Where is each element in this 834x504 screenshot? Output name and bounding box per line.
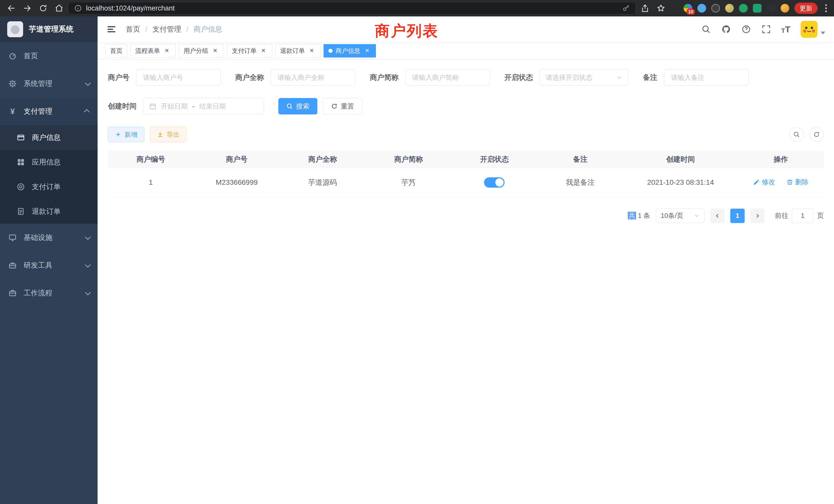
table-header-row: 商户编号 商户号 商户全称 商户简称 开启状态 备注 创建时间 操作 [108,151,824,168]
sidebar-item-refund-order[interactable]: 退款订单 [0,199,97,224]
close-icon[interactable]: × [260,47,267,55]
extension-icon-avatar[interactable] [725,4,734,13]
page-content: 商户号 商户全称 商户简称 开启状态 请选择开启状态 备注 [97,60,834,504]
sidebar-item-label: 基础设施 [24,233,52,243]
sidebar-item-system[interactable]: 系统管理 [0,70,97,97]
merchant-name-input[interactable] [271,69,355,86]
sidebar-item-infrastructure[interactable]: 基础设施 [0,224,97,251]
status-select[interactable]: 请选择开启状态 [540,69,629,86]
cell-merchant-no: M233666999 [194,168,280,197]
help-icon[interactable] [741,24,751,34]
sidebar-item-pay-order[interactable]: 支付订单 [0,175,97,199]
tab-refund-order[interactable]: 退款订单 × [275,44,321,58]
export-button[interactable]: 导出 [150,127,186,142]
bookmark-star-icon[interactable] [654,2,667,15]
tab-process-form[interactable]: 流程表单 × [130,44,176,58]
extension-icon-droplet[interactable] [697,4,706,13]
extension-icon-colorwheel[interactable]: 10 [683,4,692,13]
edit-link[interactable]: 修改 [753,178,775,187]
filter-row-2: 创建时间 开始日期 - 结束日期 搜索 重置 [108,98,824,114]
pagination: 共 1 条 10条/页 1 前往 页 [108,209,824,223]
chevron-down-icon [694,213,700,219]
forward-icon[interactable] [21,2,34,15]
search-icon [793,131,800,138]
remark-input[interactable] [664,69,749,86]
extension-icon-green-book[interactable] [753,4,762,13]
reset-button[interactable]: 重置 [323,98,362,114]
search-icon[interactable] [701,24,711,34]
close-icon[interactable]: × [308,47,315,55]
tags-view: 首页 流程表单 × 用户分组 × 支付订单 × 退款订单 × 商户信息 × [97,42,834,60]
sidebar-toggle-icon[interactable] [106,24,116,35]
github-icon[interactable] [721,24,731,34]
date-range-picker[interactable]: 开始日期 - 结束日期 [143,98,264,114]
add-button[interactable]: 新增 [108,127,144,142]
home-icon[interactable] [52,2,66,15]
sidebar-item-merchant-info[interactable]: 商户信息 [0,125,97,150]
next-page-button[interactable] [750,209,765,223]
close-icon[interactable]: × [363,47,371,55]
password-key-icon[interactable] [622,4,630,12]
tab-home[interactable]: 首页 [105,44,127,58]
filter-merchant-name: 商户全称 [235,69,355,86]
chevron-down-icon [616,74,623,81]
app-logo[interactable]: 芋道管理系统 [0,17,97,42]
breadcrumb: 首页 / 支付管理 / 商户信息 [126,24,222,34]
back-icon[interactable] [5,2,18,15]
toggle-search-button[interactable] [789,127,804,142]
chevron-down-icon [85,290,91,296]
delete-link[interactable]: 删除 [787,178,809,187]
breadcrumb-home[interactable]: 首页 [126,24,140,34]
chevron-left-icon [714,212,721,219]
close-icon[interactable]: × [211,47,219,55]
page-1-button[interactable]: 1 [730,209,745,223]
reload-icon[interactable] [37,2,50,15]
close-icon[interactable]: × [163,47,171,55]
merchant-no-input[interactable] [136,69,221,86]
cell-full-name: 芋道源码 [280,168,366,197]
sidebar-item-devtools[interactable]: 研发工具 [0,251,97,279]
sidebar-item-app-info[interactable]: 应用信息 [0,150,97,175]
extension-icon-green-circle[interactable] [739,4,748,13]
dashboard-icon [8,51,17,60]
chevron-right-icon [754,212,761,219]
search-button[interactable]: 搜索 [278,98,317,114]
goto-page-input[interactable] [792,209,813,223]
breadcrumb-payment[interactable]: 支付管理 [153,24,181,34]
fullscreen-icon[interactable] [761,24,771,34]
extension-icon-emoji[interactable] [781,4,789,13]
filter-remark: 备注 [643,69,749,86]
cell-short-name: 芋艿 [366,168,452,197]
status-toggle[interactable] [484,177,505,188]
merchant-short-input[interactable] [405,69,490,86]
extension-icon-ring[interactable] [711,4,720,13]
browser-update-button[interactable]: 更新 [794,3,817,14]
cell-id: 1 [108,168,194,197]
filter-merchant-no: 商户号 [108,69,221,86]
sidebar-item-label: 支付管理 [24,107,52,116]
tab-user-group[interactable]: 用户分组 × [179,44,224,58]
app-title: 芋道管理系统 [29,24,73,35]
page-size-select[interactable]: 10条/页 [656,209,705,223]
share-icon[interactable] [638,2,652,15]
filter-merchant-short: 商户简称 [370,69,490,86]
payment-submenu: 商户信息 应用信息 支付订单 退款订单 [0,125,97,224]
tab-merchant-info[interactable]: 商户信息 × [324,44,376,58]
browser-chrome: localhost:1024/pay/merchant 10 更新 [0,0,834,17]
font-size-icon[interactable]: TT [781,24,790,35]
prev-page-button[interactable] [710,209,725,223]
sidebar-item-payment[interactable]: ¥ 支付管理 [0,97,97,125]
refresh-table-button[interactable] [809,127,824,142]
site-info-icon[interactable] [74,4,82,12]
extension-icon-puzzle[interactable] [767,4,775,13]
tab-pay-order[interactable]: 支付订单 × [227,44,272,58]
sidebar-item-workflow[interactable]: 工作流程 [0,279,97,307]
sidebar-item-label: 首页 [24,51,38,61]
user-menu[interactable] [800,21,825,38]
user-avatar [800,21,817,38]
sidebar-item-label: 商户信息 [32,133,61,142]
sidebar-item-home[interactable]: 首页 [0,42,97,70]
address-bar[interactable]: localhost:1024/pay/merchant [68,2,636,14]
browser-menu-icon[interactable] [823,4,829,12]
sidebar-item-label: 工作流程 [24,288,52,298]
